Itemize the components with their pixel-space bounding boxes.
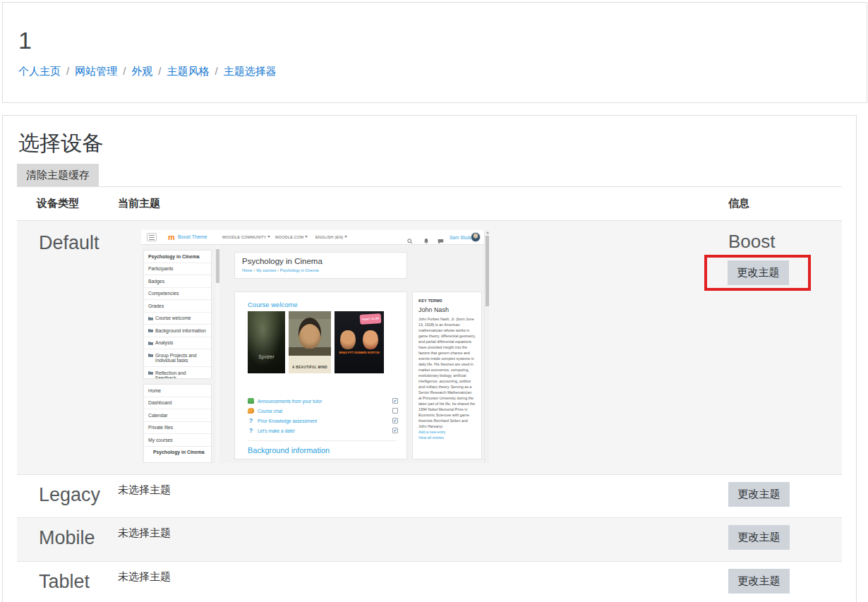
device-type-label: Default bbox=[17, 221, 118, 474]
nav-item: Psychology in Cinema bbox=[144, 251, 211, 263]
chevron-down-icon bbox=[344, 236, 347, 238]
activity-row: Announcements from your tutor ✔ bbox=[248, 396, 398, 406]
theme-preview-screenshot: m Boost Theme MOODLE COMMUNITY MOODLE.CO… bbox=[141, 230, 489, 463]
avatar bbox=[471, 232, 481, 242]
no-theme-label: 未选择主题 bbox=[118, 475, 728, 517]
column-header-info: 信息 bbox=[728, 197, 842, 210]
preview-brand-link: Boost Theme bbox=[178, 234, 207, 239]
nav-item: Analysis bbox=[144, 337, 211, 350]
nav-item: Group Projects and Individual tasks bbox=[144, 349, 211, 367]
view-entries-link: View all entries bbox=[418, 435, 476, 440]
device-type-label: Mobile bbox=[17, 518, 118, 561]
preview-menu-moodle-community: MOODLE COMMUNITY bbox=[222, 235, 270, 239]
nav-item: My courses bbox=[144, 434, 211, 447]
checkbox: ✔ bbox=[392, 428, 398, 433]
folder-icon bbox=[148, 371, 153, 375]
preview-menu-moodle-com: MOODLE.COM bbox=[275, 235, 308, 239]
column-header-current-theme: 当前主题 bbox=[118, 197, 728, 210]
nav-item: Competencies bbox=[144, 288, 211, 301]
breadcrumb-separator: / bbox=[215, 65, 218, 77]
chat-icon bbox=[438, 234, 444, 247]
no-theme-label: 未选择主题 bbox=[118, 518, 728, 561]
breadcrumb-separator: / bbox=[66, 65, 69, 77]
forum-icon bbox=[248, 398, 254, 404]
breadcrumb: 个人主页/网站管理/外观/主题风格/主题选择器 bbox=[18, 65, 852, 78]
activity-row: Course chat bbox=[248, 406, 398, 416]
preview-course-card: Course welcome Spider A BEAUTIFUL MIND F… bbox=[234, 291, 407, 459]
poster-strip: Spider A BEAUTIFUL MIND FIGHT CLUBBRAD P… bbox=[248, 311, 384, 373]
nav-item: Home bbox=[144, 385, 211, 397]
divider bbox=[248, 440, 397, 441]
theme-selector-panel: 选择设备 清除主题缓存 设备类型 当前主题 信息 Default m Boost… bbox=[2, 115, 857, 602]
table-row-legacy: Legacy 未选择主题 更改主题 bbox=[17, 474, 842, 517]
nav-item: Course welcome bbox=[144, 313, 211, 325]
table-row-tablet: Tablet 未选择主题 更改主题 bbox=[17, 561, 842, 602]
chevron-down-icon bbox=[305, 236, 308, 238]
preview-section-link: Course welcome bbox=[248, 301, 298, 308]
breadcrumb-link-theme-selector[interactable]: 主题选择器 bbox=[224, 65, 277, 77]
scrollbar-thumb bbox=[486, 236, 489, 306]
column-header-device-type: 设备类型 bbox=[17, 197, 118, 210]
page: { "page": { "title": "1", "breadcrumb": … bbox=[0, 0, 868, 602]
page-header: 1 个人主页/网站管理/外观/主题风格/主题选择器 bbox=[2, 2, 867, 103]
checkbox: ✔ bbox=[392, 418, 398, 423]
preview-breadcrumb: Home/My courses/Psychology in Cinema bbox=[235, 265, 406, 272]
clear-theme-cache-button[interactable]: 清除主题缓存 bbox=[17, 164, 99, 186]
search-icon bbox=[407, 234, 413, 247]
change-theme-button-mobile[interactable]: 更改主题 bbox=[728, 525, 790, 550]
device-type-label: Legacy bbox=[17, 475, 118, 517]
activity-row: ? Let's make a date! ✔ bbox=[248, 426, 398, 435]
panel-heading: 选择设备 bbox=[18, 131, 842, 155]
key-terms-entry-body: John Forbes Nash, Jr. (born June 13, 192… bbox=[418, 316, 476, 429]
nav-item: Participants bbox=[144, 263, 211, 276]
page-title: 1 bbox=[18, 27, 852, 54]
activity-list: Announcements from your tutor ✔ Course c… bbox=[248, 396, 398, 435]
checkbox bbox=[392, 408, 398, 414]
nav-item: Grades bbox=[144, 300, 211, 313]
breadcrumb-link-site-admin[interactable]: 网站管理 bbox=[75, 65, 117, 77]
table-header-row: 设备类型 当前主题 信息 bbox=[17, 187, 842, 220]
breadcrumb-separator: / bbox=[123, 65, 126, 77]
folder-icon bbox=[148, 353, 153, 357]
poster-fight-club: FIGHT CLUBBRAD PITT EDWARD NORTON bbox=[334, 311, 384, 373]
breadcrumb-link-home[interactable]: 个人主页 bbox=[18, 65, 61, 77]
checkbox: ✔ bbox=[392, 398, 398, 404]
breadcrumb-separator: / bbox=[158, 65, 161, 77]
nav-item: Calendar bbox=[144, 409, 211, 422]
breadcrumb-link-appearance[interactable]: 外观 bbox=[131, 65, 152, 77]
change-theme-button-legacy[interactable]: 更改主题 bbox=[728, 482, 790, 507]
key-terms-entry-title: John Nash bbox=[418, 306, 476, 313]
activity-row: ? Prior Knowledge assessment ✔ bbox=[248, 416, 398, 426]
preview-site-nav: Home Dashboard Calendar Private files My… bbox=[143, 384, 212, 463]
preview-navbar: m Boost Theme MOODLE COMMUNITY MOODLE.CO… bbox=[141, 230, 484, 245]
nav-item: Private files bbox=[144, 422, 211, 435]
nav-item: Reflection and Feedback bbox=[144, 367, 211, 379]
folder-icon bbox=[148, 341, 153, 345]
folder-icon bbox=[148, 316, 153, 320]
table-row-mobile: Mobile 未选择主题 更改主题 bbox=[17, 517, 842, 561]
add-entry-link: Add a new entry bbox=[418, 429, 476, 435]
nav-item: Dashboard bbox=[144, 397, 211, 410]
scroll-up-arrow-icon bbox=[486, 231, 489, 234]
folder-icon bbox=[148, 328, 153, 332]
chat-bubble-icon bbox=[248, 408, 254, 414]
preview-menu-language: ENGLISH (EN) bbox=[315, 235, 347, 239]
nav-item: Background information bbox=[144, 325, 211, 337]
device-type-label: Tablet bbox=[17, 562, 118, 602]
question-mark-icon: ? bbox=[248, 418, 254, 423]
breadcrumb-link-themes[interactable]: 主题风格 bbox=[167, 65, 210, 77]
table-row-default: Default m Boost Theme MOODLE COMMUNITY M… bbox=[17, 220, 842, 474]
toolbar: 清除主题缓存 bbox=[17, 164, 842, 187]
page-scrollbar bbox=[484, 230, 489, 463]
poster-a-beautiful-mind: A BEAUTIFUL MIND bbox=[289, 311, 331, 373]
nav-item: Badges bbox=[144, 275, 211, 288]
no-theme-label: 未选择主题 bbox=[118, 562, 728, 602]
change-theme-button-default[interactable]: 更改主题 bbox=[728, 260, 789, 285]
change-theme-button-tablet[interactable]: 更改主题 bbox=[728, 569, 790, 594]
drawer-scrollbar bbox=[216, 245, 219, 463]
preview-course-nav: Psychology in Cinema Participants Badges… bbox=[143, 250, 212, 379]
red-highlight-box: 更改主题 bbox=[704, 255, 811, 291]
hamburger-menu-icon bbox=[147, 233, 157, 241]
bell-icon bbox=[423, 234, 429, 247]
key-terms-heading: KEY TERMS bbox=[418, 299, 476, 303]
